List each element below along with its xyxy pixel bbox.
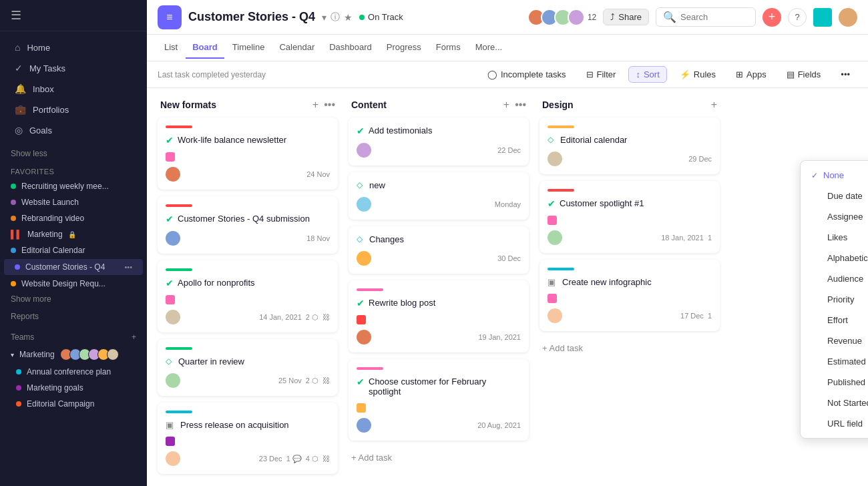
card-press-release[interactable]: ▣ Press release on acquisition 23 Dec 1 … [158,403,338,474]
chevron-down-icon[interactable]: ▾ [322,12,327,23]
sort-option-estimated-hours[interactable]: Estimated hours [801,351,868,372]
avatar [357,197,371,212]
tab-dashboard[interactable]: Dashboard [322,37,379,59]
add-task-button[interactable]: + Add task [158,481,338,486]
sidebar-item-inbox[interactable]: 🔔 Inbox [4,79,143,99]
card-apollo[interactable]: ✔ Apollo for nonprofits 14 Jan, 2021 2 ⬡… [158,260,338,332]
sidebar-fav-website-design[interactable]: Website Design Requ... [0,276,147,292]
add-task-button[interactable]: + Add task [539,338,720,358]
tab-forms[interactable]: Forms [429,37,467,59]
sidebar-fav-marketing[interactable]: ▌▌ Marketing 🔒 [0,226,147,242]
card-editorial-calendar[interactable]: ◇ Editorial calendar 29 Dec [539,117,720,174]
rules-button[interactable]: ⚡ Rules [672,66,723,83]
sidebar-item-my-tasks[interactable]: ✓ My Tasks [4,58,143,78]
hamburger-icon[interactable]: ☰ [11,8,21,23]
column-more-button[interactable]: ••• [515,99,526,111]
card-customer-spotlight[interactable]: ✔ Customer spotlight #1 18 Jan, 2021 1 [539,181,720,253]
bell-icon: 🔔 [15,83,26,94]
card-title: ✔ Customer spotlight #1 [548,198,712,209]
help-button[interactable]: ? [788,8,807,27]
fav-label: Website Design Requ... [21,279,105,288]
sidebar-fav-recruiting[interactable]: Recruiting weekly mee... [0,178,147,194]
sidebar-fav-customer-stories[interactable]: Customer Stories - Q4 ••• [4,259,143,275]
header-icons: ▾ ⓘ ★ [322,11,353,23]
tab-board[interactable]: Board [186,37,224,59]
info-icon[interactable]: ⓘ [331,11,340,23]
fav-label: Recruiting weekly mee... [21,182,109,191]
sidebar-fav-website-launch[interactable]: Website Launch [0,194,147,210]
add-card-button[interactable]: + [711,99,717,111]
apps-button[interactable]: ⊞ Apps [728,66,774,83]
share-button[interactable]: ⤴ Share [603,9,649,25]
sidebar-fav-editorial[interactable]: Editorial Calendar [0,242,147,258]
column-actions: + ••• [312,99,335,111]
star-icon[interactable]: ★ [344,12,353,23]
card-work-life[interactable]: ✔ Work-life balance newsletter 24 Nov [158,117,338,190]
app-icon: ≡ [158,5,182,29]
sort-option-revenue[interactable]: Revenue [801,330,868,351]
sort-option-effort[interactable]: Effort [801,310,868,330]
sort-button[interactable]: ↕ Sort [628,66,666,83]
main-content: ≡ Customer Stories - Q4 ▾ ⓘ ★ On Track 1… [147,0,868,486]
sort-option-url-field[interactable]: URL field [801,413,868,434]
sort-option-assignee[interactable]: Assignee [801,206,868,227]
sidebar-item-editorial-campaign[interactable]: Editorial Campaign [0,396,147,412]
card-rewrite-blog[interactable]: ✔ Rewrite blog post 19 Jan, 2021 [349,280,529,352]
column-title: Content [351,99,387,110]
card-date: 18 Jan, 2021 [661,234,704,242]
search-input[interactable] [680,12,748,22]
card-changes[interactable]: ◇ Changes 30 Dec [349,226,529,274]
card-choose-customer[interactable]: ✔ Choose customer for February spotlight… [349,359,529,441]
fields-button[interactable]: ▤ Fields [779,66,829,83]
avatar [166,231,180,246]
tab-progress[interactable]: Progress [380,37,428,59]
fav-label: Rebranding video [21,214,84,223]
sort-option-alphabetical[interactable]: Alphabetical [801,248,868,268]
add-task-button[interactable]: + Add task [349,447,529,468]
more-options-icon[interactable]: ••• [124,263,132,271]
user-avatar[interactable] [839,8,857,27]
add-team-button[interactable]: + [132,332,136,342]
sort-option-none[interactable]: ✓ None [801,165,868,186]
card-customer-stories-q4[interactable]: ✔ Customer Stories - Q4 submission 18 No… [158,196,338,254]
show-less-button[interactable]: Show less [0,146,147,161]
card-date: 29 Dec [688,155,712,163]
sort-option-not-started[interactable]: Not Started [801,393,868,413]
show-more-button[interactable]: Show more [0,292,147,306]
sort-option-audience[interactable]: Audience [801,268,868,289]
tab-list[interactable]: List [158,37,184,59]
sidebar-item-marketing-goals[interactable]: Marketing goals [0,380,147,396]
bar-chart-icon: ▌▌ [11,230,22,239]
add-card-button[interactable]: + [312,99,318,111]
avatar [548,230,562,245]
tab-more[interactable]: More... [469,37,509,59]
sidebar-item-home[interactable]: ⌂ Home [4,37,143,57]
card-color-bar [357,288,383,291]
tab-timeline[interactable]: Timeline [226,37,272,59]
card-add-testimonials[interactable]: ✔ Add testimonials 22 Dec [349,117,529,166]
card-title-text: Add testimonials [369,126,432,136]
tab-calendar[interactable]: Calendar [272,37,321,59]
sort-option-published[interactable]: Published [801,372,868,393]
avatar [357,251,371,266]
more-options-button[interactable]: ••• [833,66,857,83]
card-quarter-review[interactable]: ◇ Quarter in review 25 Nov 2 ⬡ ⛓ [158,339,338,396]
incomplete-tasks-button[interactable]: ◯ Incomplete tasks [480,66,574,83]
sidebar-item-annual-conference[interactable]: Annual conference plan [0,364,147,380]
sidebar-item-goals[interactable]: ◎ Goals [4,120,143,140]
add-button[interactable]: + [763,8,781,27]
card-title-text: new [369,180,385,190]
card-create-infographic[interactable]: ▣ Create new infographic 17 Dec 1 [539,260,720,331]
avatar-count: 12 [588,13,596,22]
sort-option-likes[interactable]: Likes [801,227,868,248]
add-card-button[interactable]: + [503,99,509,111]
sidebar-fav-rebranding[interactable]: Rebranding video [0,210,147,226]
diamond-icon: ◇ [357,180,363,190]
sort-option-priority[interactable]: Priority [801,289,868,310]
card-new[interactable]: ◇ new Monday [349,172,529,220]
team-marketing[interactable]: ▾ Marketing [0,345,147,364]
filter-button[interactable]: ⊟ Filter [579,66,624,83]
column-more-button[interactable]: ••• [324,99,335,111]
sidebar-item-portfolios[interactable]: 💼 Portfolios [4,99,143,119]
sort-option-due-date[interactable]: Due date [801,186,868,206]
